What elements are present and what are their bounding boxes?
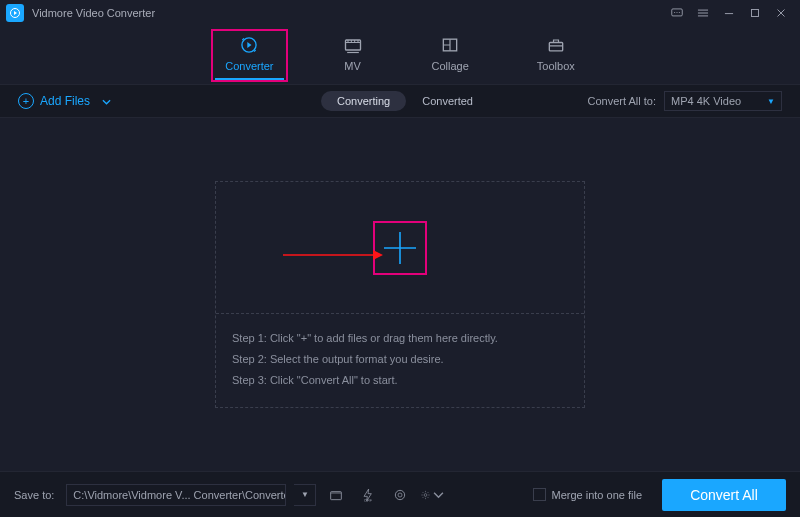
hamburger-menu-icon[interactable] [690, 1, 716, 25]
converter-icon [238, 35, 260, 55]
step-2: Step 2: Select the output format you des… [232, 349, 568, 370]
save-to-label: Save to: [14, 489, 54, 501]
hw-accel-button[interactable]: OFF [356, 484, 380, 506]
merge-label: Merge into one file [552, 489, 643, 501]
status-segmented: Converting Converted [321, 91, 489, 111]
main-area: Step 1: Click "+" to add files or drag t… [0, 118, 800, 471]
svg-point-11 [398, 493, 402, 497]
tab-label: Converter [225, 61, 273, 72]
convert-all-button[interactable]: Convert All [662, 479, 786, 511]
output-format-value: MP4 4K Video [671, 95, 741, 107]
tab-label: Collage [432, 61, 469, 72]
feedback-icon[interactable] [664, 1, 690, 25]
minimize-button[interactable] [716, 1, 742, 25]
toolbox-icon [545, 35, 567, 55]
maximize-button[interactable] [742, 1, 768, 25]
close-button[interactable] [768, 1, 794, 25]
save-path-dropdown[interactable]: ▼ [294, 484, 316, 506]
tab-converter[interactable]: Converter [215, 31, 283, 80]
convert-all-to: Convert All to: MP4 4K Video ▼ [588, 91, 782, 111]
instructions: Step 1: Click "+" to add files or drag t… [216, 314, 584, 407]
checkbox-box [533, 488, 546, 501]
svg-rect-2 [752, 10, 759, 17]
svg-text:OFF: OFF [364, 497, 373, 502]
add-files-button[interactable]: + Add Files [18, 93, 111, 109]
tab-label: MV [344, 61, 361, 72]
mv-icon [342, 35, 364, 55]
footer: Save to: C:\Vidmore\Vidmore V... Convert… [0, 471, 800, 517]
titlebar: Vidmore Video Converter [0, 0, 800, 26]
drop-zone[interactable]: Step 1: Click "+" to add files or drag t… [215, 181, 585, 408]
step-1: Step 1: Click "+" to add files or drag t… [232, 328, 568, 349]
step-3: Step 3: Click "Convert All" to start. [232, 370, 568, 391]
tab-converting[interactable]: Converting [321, 91, 406, 111]
drop-area[interactable] [216, 182, 584, 314]
tab-toolbox[interactable]: Toolbox [527, 31, 585, 80]
tab-mv[interactable]: MV [332, 31, 374, 80]
output-format-select[interactable]: MP4 4K Video ▼ [664, 91, 782, 111]
tab-label: Toolbox [537, 61, 575, 72]
app-title: Vidmore Video Converter [32, 7, 155, 19]
main-nav: Converter MV Collage Toolbox [0, 26, 800, 84]
svg-rect-6 [549, 42, 562, 50]
convert-all-to-label: Convert All to: [588, 95, 656, 107]
app-window: Vidmore Video Converter Converter [0, 0, 800, 517]
add-files-plus[interactable] [373, 221, 427, 275]
plus-circle-icon: + [18, 93, 34, 109]
svg-point-10 [396, 490, 405, 499]
collage-icon [439, 35, 461, 55]
svg-point-12 [424, 493, 427, 496]
add-files-label: Add Files [40, 94, 90, 108]
open-folder-button[interactable] [324, 484, 348, 506]
save-path-field[interactable]: C:\Vidmore\Vidmore V... Converter\Conver… [66, 484, 286, 506]
app-logo [6, 4, 24, 22]
chevron-down-icon [102, 94, 111, 108]
merge-checkbox[interactable]: Merge into one file [533, 488, 643, 501]
chevron-down-icon: ▼ [767, 97, 775, 106]
high-speed-button[interactable] [388, 484, 412, 506]
tab-collage[interactable]: Collage [422, 31, 479, 80]
toolbar: + Add Files Converting Converted Convert… [0, 84, 800, 118]
settings-button[interactable] [420, 484, 444, 506]
tab-converted[interactable]: Converted [406, 91, 489, 111]
